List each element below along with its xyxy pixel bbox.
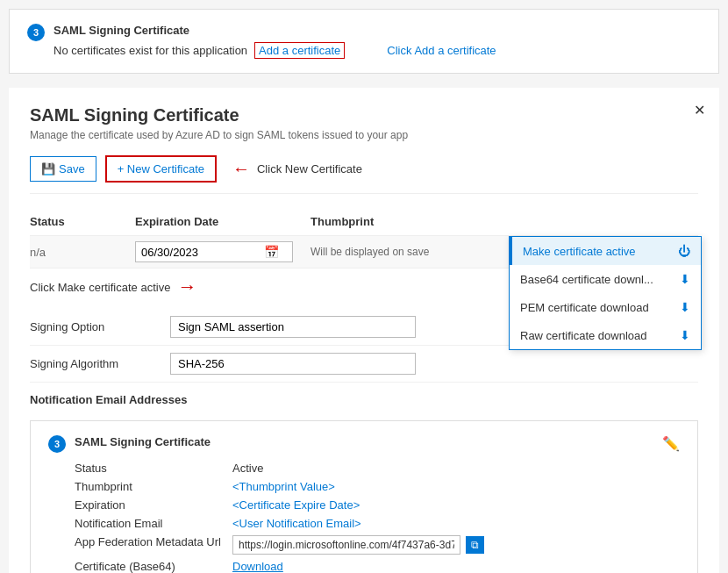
new-cert-hint-area: ← Click New Certificate: [232, 159, 362, 179]
info-status-row: Status Active: [75, 459, 680, 477]
info-card-title: SAML Signing Certificate: [75, 435, 211, 448]
info-card-content: SAML Signing Certificate ✏️ Status Activ…: [75, 435, 680, 573]
right-arrow-icon: →: [177, 276, 196, 298]
info-expiration-row: Expiration <Certificate Expire Date>: [75, 496, 680, 514]
click-new-cert-hint: Click New Certificate: [257, 162, 362, 175]
edit-icon-button[interactable]: ✏️: [662, 435, 680, 452]
make-cert-active-item[interactable]: Make certificate active ⏻: [510, 237, 701, 265]
download-icon-raw: ⬇: [680, 328, 690, 342]
download-icon-base64: ⬇: [680, 272, 690, 286]
col-header-status: Status: [30, 215, 135, 228]
expiration-date-input[interactable]: [141, 246, 264, 259]
signing-algo-row: Signing Algorithm: [30, 346, 698, 383]
close-button[interactable]: ✕: [694, 102, 705, 118]
add-cert-hint: Click Add a certificate: [387, 44, 496, 57]
info-card: 3 SAML Signing Certificate ✏️ Status Act…: [30, 420, 698, 573]
base64-cert-key: Certificate (Base64): [75, 560, 232, 573]
base64-download-link[interactable]: Download: [232, 560, 283, 573]
pem-download-label: PEM certificate download: [520, 301, 649, 314]
info-thumbprint-row: Thumbprint <Thumbprint Value>: [75, 477, 680, 496]
save-label: Save: [59, 162, 85, 175]
notification-section-title: Notification Email Addresses: [30, 393, 698, 406]
new-certificate-button[interactable]: + New Certificate: [105, 155, 217, 183]
cert-active-hint-label: Click Make certificate active: [30, 281, 170, 294]
top-info-card: 3 SAML Signing Certificate No certificat…: [9, 9, 719, 74]
panel-subtitle: Manage the certificate used by Azure AD …: [30, 129, 698, 141]
top-card-body: No certificates exist for this applicati…: [54, 42, 701, 59]
toolbar: 💾 Save + New Certificate ← Click New Cer…: [30, 155, 698, 194]
signing-option-label: Signing Option: [30, 320, 170, 333]
base64-download-label: Base64 certificate downl...: [520, 273, 653, 286]
step-badge-2: 3: [48, 435, 66, 453]
raw-download-item[interactable]: Raw certificate download ⬇: [510, 321, 701, 349]
col-header-expiration: Expiration Date: [135, 215, 310, 228]
step-badge-1: 3: [27, 24, 45, 41]
info-email-row: Notification Email <User Notification Em…: [75, 514, 680, 533]
make-cert-active-label: Make certificate active: [523, 245, 636, 258]
date-input-wrap[interactable]: 📅: [135, 241, 293, 262]
copy-url-button[interactable]: ⧉: [466, 536, 484, 554]
expiration-val: <Certificate Expire Date>: [232, 498, 360, 512]
calendar-icon: 📅: [264, 245, 279, 259]
base64-download-item[interactable]: Base64 certificate downl... ⬇: [510, 265, 701, 293]
url-input[interactable]: [232, 535, 460, 555]
new-cert-label: + New Certificate: [118, 162, 204, 175]
top-card-content: SAML Signing Certificate No certificates…: [54, 24, 701, 59]
table-row-wrap: n/a 📅 Will be displayed on save ⋯ Make c…: [30, 236, 698, 269]
info-url-row: App Federation Metadata Url ⧉: [75, 533, 680, 557]
signing-algo-label: Signing Algorithm: [30, 357, 170, 370]
panel-title: SAML Signing Certificate: [30, 105, 698, 125]
thumbprint-key: Thumbprint: [75, 480, 232, 493]
saml-signing-panel: ✕ SAML Signing Certificate Manage the ce…: [9, 88, 719, 573]
status-key: Status: [75, 462, 232, 475]
power-icon: ⏻: [678, 244, 690, 258]
download-icon-pem: ⬇: [680, 300, 690, 314]
email-key: Notification Email: [75, 517, 232, 530]
url-row: ⧉: [232, 535, 484, 555]
signing-option-input[interactable]: [170, 316, 416, 338]
add-certificate-link[interactable]: Add a certificate: [254, 42, 345, 59]
pem-download-item[interactable]: PEM certificate download ⬇: [510, 293, 701, 321]
expiration-key: Expiration: [75, 498, 232, 512]
cell-status: n/a: [30, 246, 135, 259]
signing-algo-input[interactable]: [170, 353, 416, 375]
email-val: <User Notification Email>: [232, 517, 361, 530]
status-val: Active: [232, 462, 263, 475]
raw-download-label: Raw certificate download: [520, 329, 647, 342]
thumbprint-val: <Thumbprint Value>: [232, 480, 335, 493]
save-disk-icon: 💾: [41, 162, 55, 175]
no-cert-text: No certificates exist for this applicati…: [54, 44, 247, 57]
save-button[interactable]: 💾 Save: [30, 156, 96, 182]
url-key: App Federation Metadata Url: [75, 535, 232, 555]
context-menu: Make certificate active ⏻ Base64 certifi…: [509, 236, 702, 350]
top-card-title: SAML Signing Certificate: [54, 24, 701, 37]
left-arrow-icon: ←: [232, 159, 250, 179]
table-header: Status Expiration Date Thumbprint: [30, 208, 698, 236]
info-base64-row: Certificate (Base64) Download: [75, 557, 680, 573]
col-header-thumbprint: Thumbprint: [310, 215, 698, 228]
